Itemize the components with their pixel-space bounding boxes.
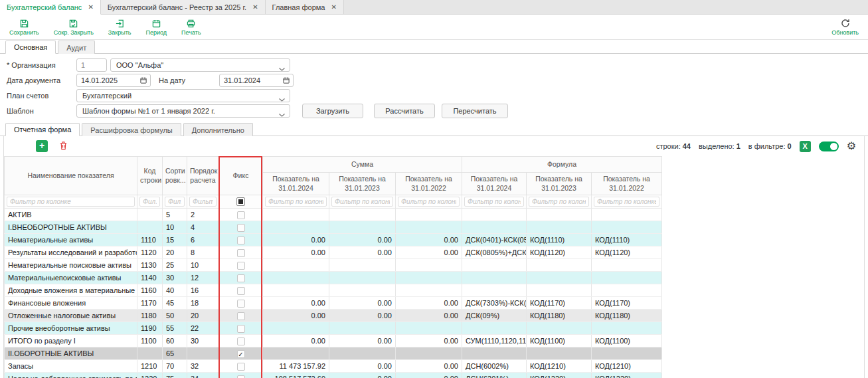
fix-checkbox[interactable]: ✓: [237, 350, 245, 358]
calendar-icon[interactable]: [139, 76, 147, 84]
table-row[interactable]: ИТОГО по разделу I110060300.000.000.00СУ…: [5, 335, 662, 347]
fix-checkbox[interactable]: [237, 274, 245, 282]
filter-input-sort[interactable]: [165, 197, 185, 207]
fix-checkbox[interactable]: [237, 312, 245, 320]
cell-calc-order: 4: [187, 221, 219, 234]
col-header-sum-2022[interactable]: Показатель на 31.01.2022: [396, 173, 462, 195]
filter-input-code[interactable]: [139, 197, 160, 207]
filter-toggle[interactable]: [819, 142, 839, 151]
table-row[interactable]: II.ОБОРОТНЫЕ АКТИВЫ65✓: [5, 347, 662, 360]
tab-additional[interactable]: Дополнительно: [183, 123, 253, 136]
fix-checkbox[interactable]: [237, 262, 245, 270]
col-header-formula-2022[interactable]: Показатель на 31.01.2022: [592, 173, 662, 195]
fix-checkbox[interactable]: [237, 337, 245, 345]
cell-sum-0: [263, 221, 329, 234]
col-header-code[interactable]: Код строки: [137, 157, 163, 195]
fix-checkbox[interactable]: [237, 236, 245, 244]
cell-sum-1: 0.00: [329, 373, 396, 378]
table-row[interactable]: Нематериальные поисковые активы11302510: [5, 259, 662, 272]
filter-input-sum-2023[interactable]: [331, 197, 393, 207]
table-row[interactable]: Отложенные налоговые активы118050200.000…: [5, 310, 662, 322]
cell-name: Материальныепоисковые активы: [5, 272, 137, 284]
col-header-fix[interactable]: Фикс: [219, 157, 263, 195]
tab-formula-breakdown[interactable]: Расшифровка формулы: [82, 123, 181, 136]
cell-formula-2: [592, 272, 662, 284]
cell-row-code: 1110: [137, 234, 163, 246]
col-header-formula-2024[interactable]: Показатель на 31.01.2024: [462, 173, 527, 195]
cell-sort: 60: [163, 335, 187, 347]
cell-formula-1: [527, 209, 592, 221]
window-tab-balance[interactable]: Бухгалтерский баланс ✕: [0, 0, 101, 15]
filter-input-sum-2022[interactable]: [398, 197, 460, 207]
table-row[interactable]: Нематериальные активы11101560.000.000.00…: [5, 234, 662, 246]
fix-checkbox[interactable]: [237, 211, 245, 219]
table-row[interactable]: Результаты исследований и разработок1120…: [5, 246, 662, 259]
fix-filter-checkbox[interactable]: [236, 197, 245, 206]
filter-input-name[interactable]: [7, 197, 135, 207]
fix-checkbox[interactable]: [237, 287, 245, 295]
filter-input-formula-2023[interactable]: [529, 197, 589, 207]
filter-input-order[interactable]: [189, 197, 217, 207]
organization-code-field[interactable]: [76, 58, 107, 72]
col-header-sum-2024[interactable]: Показатель на 31.01.2024: [263, 173, 329, 195]
window-tab-main-form[interactable]: Главная форма ✕: [266, 0, 344, 14]
on-date-label: На дату: [159, 76, 219, 84]
recalculate-button[interactable]: Пересчитать: [442, 104, 508, 118]
template-select[interactable]: Шаблон формы №1 от 1 января 2022 г.: [76, 104, 290, 118]
tab-main[interactable]: Основная: [5, 41, 56, 54]
tab-audit[interactable]: Аудит: [58, 41, 95, 54]
close-icon[interactable]: ✕: [88, 3, 93, 11]
cell-fix: [219, 335, 263, 347]
refresh-button[interactable]: Обновить: [831, 18, 859, 36]
fix-checkbox[interactable]: [237, 325, 245, 333]
organization-select[interactable]: ООО "Альфа": [110, 58, 290, 72]
col-header-name[interactable]: Наименование показателя: [5, 157, 137, 195]
gear-icon[interactable]: ⚙: [847, 141, 856, 151]
table-row[interactable]: АКТИВ52: [5, 209, 662, 221]
close-button[interactable]: Закрыть: [108, 19, 131, 36]
col-header-order[interactable]: Порядок расчета: [187, 157, 219, 195]
col-header-sort[interactable]: Сорти ровк...: [163, 157, 187, 195]
table-row[interactable]: Финансовые вложения117045180.000.000.00Д…: [5, 297, 662, 310]
filter-input-formula-2022[interactable]: [594, 197, 659, 207]
load-button[interactable]: Загрузить: [302, 104, 363, 118]
print-button[interactable]: Печать: [181, 19, 201, 36]
table-row[interactable]: Запасы1210703211 473 157.920.000.00ДСН(6…: [5, 360, 662, 373]
col-header-sum-2023[interactable]: Показатель на 31.01.2023: [329, 173, 396, 195]
period-button[interactable]: Период: [146, 19, 167, 36]
cell-name: Налог на добавленную стоимость по пр...: [5, 373, 137, 378]
cell-sum-0: [263, 284, 329, 297]
filter-input-sum-2024[interactable]: [265, 197, 327, 207]
cell-name: I.ВНЕОБОРОТНЫЕ АКТИВЫ: [5, 221, 137, 234]
table-row[interactable]: Материальныепоисковые активы11403012: [5, 272, 662, 284]
fix-checkbox[interactable]: [237, 363, 245, 371]
cell-sum-1: 0.00: [329, 246, 396, 259]
close-icon[interactable]: ✕: [252, 3, 258, 11]
filtered-count: в фильтре:0: [748, 142, 792, 150]
col-header-formula-2023[interactable]: Показатель на 31.01.2023: [527, 173, 592, 195]
cell-sum-1: [329, 284, 396, 297]
table-row[interactable]: Налог на добавленную стоимость по пр...1…: [5, 373, 662, 378]
table-row[interactable]: Прочие внеоборотные активы11905522: [5, 322, 662, 335]
excel-export-icon[interactable]: X: [800, 141, 811, 152]
table-row[interactable]: Доходные вложения в материальные ц...116…: [5, 284, 662, 297]
close-icon[interactable]: ✕: [331, 3, 336, 11]
cell-formula-0: ДСН(6002%): [462, 360, 527, 373]
tab-report-form[interactable]: Отчетная форма: [5, 123, 80, 136]
add-row-button[interactable]: +: [36, 140, 48, 152]
save-button[interactable]: Сохранить: [9, 19, 39, 36]
delete-row-button[interactable]: [58, 140, 68, 152]
chart-of-accounts-select[interactable]: Бухгалтерский: [76, 89, 290, 102]
fix-checkbox[interactable]: [237, 249, 245, 257]
calculate-button[interactable]: Рассчитать: [374, 104, 435, 118]
cell-calc-order: 22: [187, 322, 219, 335]
group-header-formula: Формула: [462, 157, 662, 173]
fix-checkbox[interactable]: [237, 224, 245, 232]
fix-checkbox[interactable]: [237, 375, 245, 378]
calendar-icon[interactable]: [282, 76, 290, 84]
fix-checkbox[interactable]: [237, 300, 245, 308]
save-close-button[interactable]: Сокр. Закрыть: [54, 19, 94, 36]
table-row[interactable]: I.ВНЕОБОРОТНЫЕ АКТИВЫ104: [5, 221, 662, 234]
filter-input-formula-2024[interactable]: [464, 197, 524, 207]
window-tab-registry[interactable]: Бухгалтерский баланс - Реестр за 2025 г.…: [101, 0, 266, 14]
